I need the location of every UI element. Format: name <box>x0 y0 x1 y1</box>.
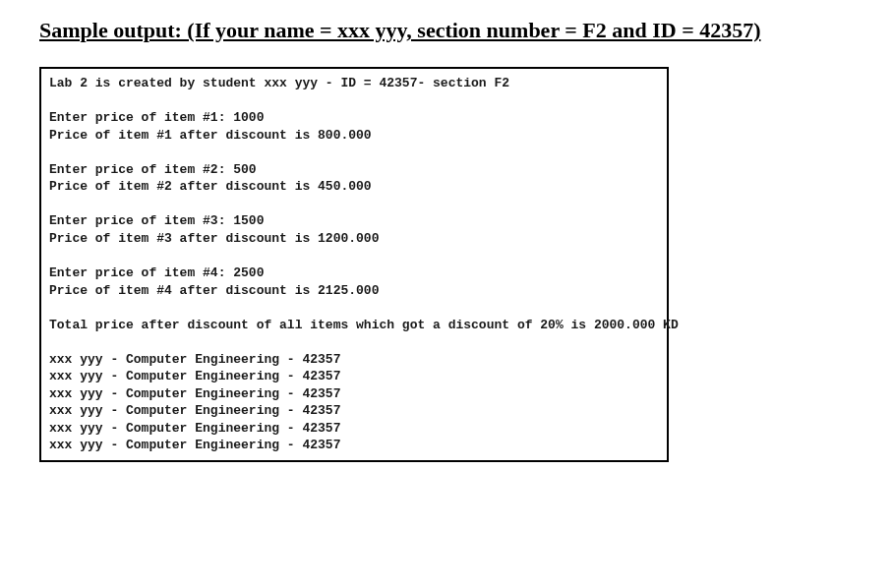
item-prompt-1: Enter price of item #1: 1000 <box>49 110 264 125</box>
item-result-1: Price of item #1 after discount is 800.0… <box>49 128 372 143</box>
item-prompt-3: Enter price of item #3: 1500 <box>49 213 264 228</box>
footer-line: xxx yyy - Computer Engineering - 42357 <box>49 386 340 401</box>
footer-line: xxx yyy - Computer Engineering - 42357 <box>49 438 340 452</box>
console-header-line: Lab 2 is created by student xxx yyy - ID… <box>49 76 509 90</box>
item-result-2: Price of item #2 after discount is 450.0… <box>49 179 372 194</box>
item-result-4: Price of item #4 after discount is 2125.… <box>49 283 379 298</box>
footer-line: xxx yyy - Computer Engineering - 42357 <box>49 403 340 418</box>
sample-output-heading: Sample output: (If your name = xxx yyy, … <box>39 18 853 43</box>
item-prompt-4: Enter price of item #4: 2500 <box>49 265 264 280</box>
item-result-3: Price of item #3 after discount is 1200.… <box>49 231 379 246</box>
console-output-box: Lab 2 is created by student xxx yyy - ID… <box>39 67 669 462</box>
item-prompt-2: Enter price of item #2: 500 <box>49 162 257 177</box>
footer-line: xxx yyy - Computer Engineering - 42357 <box>49 352 340 367</box>
footer-line: xxx yyy - Computer Engineering - 42357 <box>49 421 340 436</box>
total-line: Total price after discount of all items … <box>49 318 679 332</box>
footer-line: xxx yyy - Computer Engineering - 42357 <box>49 369 340 383</box>
